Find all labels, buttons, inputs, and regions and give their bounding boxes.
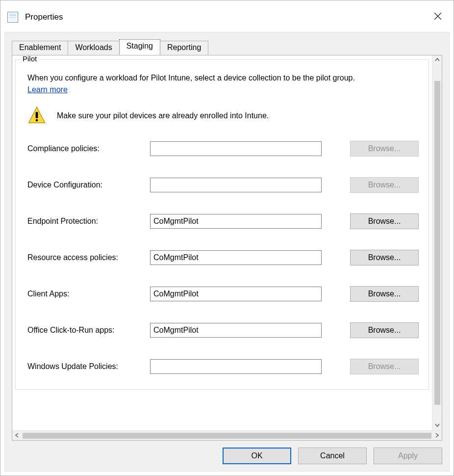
- pilot-warning-row: Make sure your pilot devices are already…: [27, 106, 419, 126]
- field-label: Device Configuration:: [27, 181, 150, 189]
- browse-button: Browse...: [350, 359, 419, 374]
- tab-panel-staging: Pilot When you configure a workload for …: [12, 55, 442, 441]
- cancel-button[interactable]: Cancel: [298, 448, 367, 464]
- warning-icon: [27, 106, 46, 126]
- field-row: Windows Update Policies:Browse...: [27, 359, 419, 374]
- tab-workloads[interactable]: Workloads: [68, 41, 119, 55]
- horizontal-scrollbar[interactable]: [12, 430, 442, 440]
- field-label: Client Apps:: [27, 290, 150, 298]
- scroll-left-icon[interactable]: [14, 432, 21, 439]
- svg-rect-1: [36, 111, 38, 118]
- field-label: Office Click-to-Run apps:: [27, 326, 150, 335]
- learn-more-link[interactable]: Learn more: [27, 85, 68, 94]
- collection-input[interactable]: [150, 323, 322, 338]
- app-icon: [7, 12, 18, 23]
- tab-staging[interactable]: Staging: [119, 39, 160, 55]
- scroll-down-icon[interactable]: [435, 422, 440, 429]
- collection-input[interactable]: [150, 141, 322, 156]
- tab-reporting[interactable]: Reporting: [160, 41, 208, 55]
- apply-button[interactable]: Apply: [374, 448, 442, 464]
- browse-button: Browse...: [350, 141, 419, 157]
- pilot-legend: Pilot: [21, 55, 39, 63]
- browse-button[interactable]: Browse...: [350, 322, 419, 338]
- dialog-button-row: OK Cancel Apply: [12, 441, 442, 464]
- field-row: Resource access policies:Browse...: [27, 250, 419, 265]
- svg-point-2: [36, 119, 38, 121]
- browse-button: Browse...: [350, 177, 419, 193]
- hscroll-thumb[interactable]: [23, 433, 431, 439]
- client-area: Enablement Workloads Staging Reporting P…: [4, 32, 450, 472]
- field-row: Compliance policies:Browse...: [27, 141, 419, 157]
- field-label: Endpoint Protection:: [27, 217, 150, 226]
- scroll-up-icon[interactable]: [435, 57, 440, 64]
- field-label: Resource access policies:: [27, 253, 150, 262]
- field-row: Device Configuration:Browse...: [27, 177, 419, 193]
- collection-input[interactable]: [150, 287, 322, 301]
- scroll-thumb[interactable]: [434, 81, 440, 405]
- pilot-warning-text: Make sure your pilot devices are already…: [57, 111, 269, 120]
- browse-button[interactable]: Browse...: [350, 286, 419, 302]
- collection-input[interactable]: [150, 214, 322, 229]
- field-label: Compliance policies:: [27, 144, 150, 153]
- collection-input[interactable]: [150, 250, 322, 265]
- close-icon[interactable]: [429, 11, 447, 24]
- tab-enablement[interactable]: Enablement: [12, 41, 68, 55]
- field-label: Windows Update Policies:: [27, 362, 150, 371]
- ok-button[interactable]: OK: [223, 448, 291, 464]
- field-row: Office Click-to-Run apps:Browse...: [27, 322, 419, 338]
- browse-button[interactable]: Browse...: [350, 213, 419, 229]
- staging-content: Pilot When you configure a workload for …: [12, 55, 432, 430]
- field-row: Client Apps:Browse...: [27, 286, 419, 302]
- pilot-groupbox: Pilot When you configure a workload for …: [15, 59, 429, 390]
- tab-strip: Enablement Workloads Staging Reporting: [12, 38, 442, 55]
- properties-window: Properties Enablement Workloads Staging …: [0, 0, 454, 476]
- scroll-right-icon[interactable]: [433, 432, 440, 439]
- browse-button[interactable]: Browse...: [350, 250, 419, 265]
- titlebar: Properties: [4, 4, 450, 30]
- field-row: Endpoint Protection:Browse...: [27, 213, 419, 229]
- collection-input[interactable]: [150, 359, 322, 374]
- window-title: Properties: [25, 12, 63, 22]
- pilot-description: When you configure a workload for Pilot …: [27, 73, 419, 83]
- vertical-scrollbar[interactable]: [432, 55, 442, 430]
- collection-input[interactable]: [150, 178, 322, 192]
